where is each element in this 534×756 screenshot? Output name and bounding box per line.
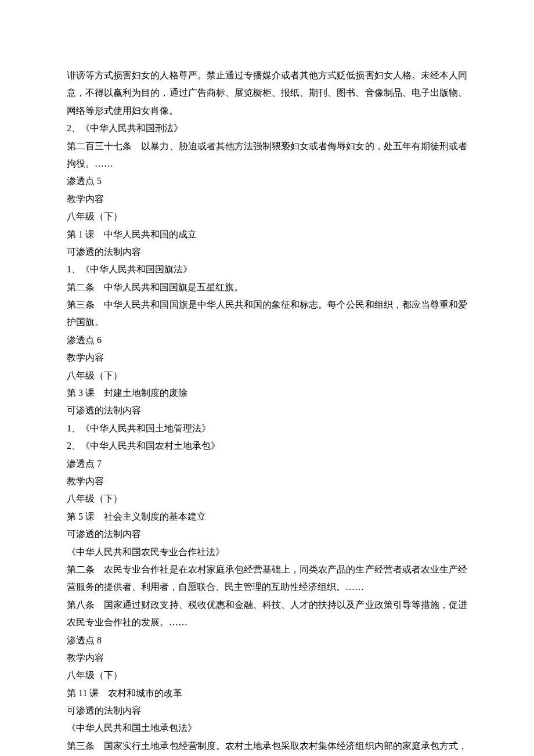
text-line: 八年级（下） — [67, 367, 467, 384]
text-line: 第二条 中华人民共和国国旗是五星红旗。 — [67, 279, 467, 296]
text-line: 1、《中华人民共和国国旗法》 — [67, 261, 467, 278]
text-line: 《中华人民共和国农民专业合作社法》 — [67, 543, 467, 561]
text-line: 第二条 农民专业合作社是在农村家庭承包经营基础上，同类农产品的生产经营者或者农业… — [67, 561, 467, 596]
text-line: 八年级（下） — [67, 208, 467, 225]
text-line: 渗透点 7 — [67, 455, 467, 473]
text-line: 第 11 课 农村和城市的改革 — [67, 685, 467, 702]
text-line: 教学内容 — [67, 649, 467, 667]
text-line: 渗透点 5 — [67, 172, 467, 190]
text-line: 第 1 课 中华人民共和国的成立 — [67, 226, 467, 243]
text-line: 渗透点 8 — [67, 632, 467, 649]
text-line: 八年级（下） — [67, 667, 467, 684]
text-line: 第三条 中华人民共和国国旗是中华人民共和国的象征和标志。每个公民和组织，都应当尊… — [67, 296, 467, 332]
text-line: 第 5 课 社会主义制度的基本建立 — [67, 508, 467, 525]
text-line: 八年级（下） — [67, 490, 467, 507]
document-page: 诽谤等方式损害妇女的人格尊严。禁止通过专播媒介或者其他方式贬低损害妇女人格。未经… — [0, 0, 534, 756]
text-line: 第二百三十七条 以暴力、胁迫或者其他方法强制猥亵妇女或者侮辱妇女的，处五年有期徒… — [67, 138, 467, 173]
text-line: 第三条 国家实行土地承包经营制度。农村土地承包采取农村集体经济组织内部的家庭承包… — [67, 737, 467, 756]
text-line: 2、《中华人民共和国刑法》 — [67, 120, 467, 137]
text-line: 《中华人民共和国土地承包法》 — [67, 719, 467, 737]
text-line: 可渗透的法制内容 — [67, 243, 467, 261]
text-line: 可渗透的法制内容 — [67, 402, 467, 419]
text-line: 1、《中华人民共和国土地管理法》 — [67, 420, 467, 437]
text-line: 第 3 课 封建土地制度的废除 — [67, 384, 467, 402]
text-line: 教学内容 — [67, 473, 467, 490]
text-line: 第八条 国家通过财政支持、税收优惠和金融、科技、人才的扶持以及产业政策引导等措施… — [67, 596, 467, 632]
text-line: 渗透点 6 — [67, 332, 467, 349]
text-line: 可渗透的法制内容 — [67, 525, 467, 543]
text-line: 诽谤等方式损害妇女的人格尊严。禁止通过专播媒介或者其他方式贬低损害妇女人格。未经… — [67, 67, 467, 120]
text-line: 2、《中华人民共和国农村土地承包》 — [67, 437, 467, 455]
text-line: 教学内容 — [67, 349, 467, 366]
text-line: 教学内容 — [67, 190, 467, 208]
text-line: 可渗透的法制内容 — [67, 702, 467, 719]
